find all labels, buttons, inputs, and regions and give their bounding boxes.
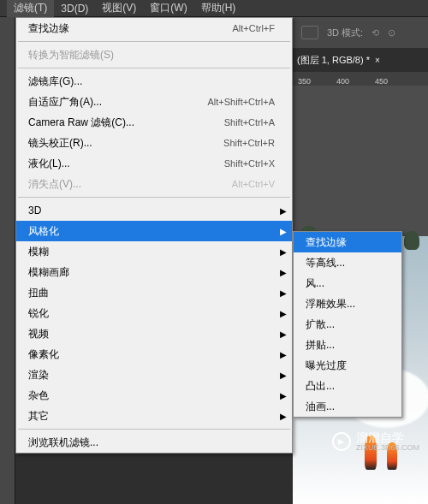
submenu-item[interactable]: 拼贴... xyxy=(294,335,401,355)
submenu-item-label: 扩散... xyxy=(306,317,335,332)
3d-mode-label: 3D 模式: xyxy=(327,27,363,39)
menu-shortcut: Shift+Ctrl+X xyxy=(224,158,275,169)
chevron-right-icon: ▶ xyxy=(280,206,287,216)
menu-item[interactable]: 锐化▶ xyxy=(16,303,292,323)
submenu-item[interactable]: 凸出... xyxy=(294,376,401,396)
menu-item-label: 其它 xyxy=(28,409,49,424)
left-toolbar xyxy=(0,17,15,504)
submenu-item-label: 油画... xyxy=(306,400,335,414)
menu-separator xyxy=(18,68,290,68)
menu-item[interactable]: 自适应广角(A)...Alt+Shift+Ctrl+A xyxy=(16,92,292,112)
submenu-item[interactable]: 曝光过度 xyxy=(294,355,401,376)
chevron-right-icon: ▶ xyxy=(280,371,287,380)
submenu-item[interactable]: 等高线... xyxy=(294,252,401,273)
menu-item-label: 查找边缘 xyxy=(28,21,69,36)
menu-item-label: 浏览联机滤镜... xyxy=(28,436,98,450)
menu-shortcut: Shift+Ctrl+R xyxy=(223,138,275,148)
submenu-item-label: 曝光过度 xyxy=(306,359,347,373)
menu-item[interactable]: 3D▶ xyxy=(16,200,292,221)
menu-item[interactable]: 模糊▶ xyxy=(16,241,292,262)
watermark-title: 溜溜自学 xyxy=(356,431,419,444)
toolbar-swatch-icon[interactable] xyxy=(301,26,318,39)
menubar-item-filter[interactable]: 滤镜(T) xyxy=(7,0,54,17)
menu-item[interactable]: 渲染▶ xyxy=(16,365,292,385)
watermark-sub: ZIXUE.3D66.COM xyxy=(356,444,419,453)
chevron-right-icon: ▶ xyxy=(280,309,287,318)
ruler-mark: 350 xyxy=(298,77,311,86)
chevron-right-icon: ▶ xyxy=(280,391,287,400)
menu-separator xyxy=(18,41,290,42)
submenu-item-label: 浮雕效果... xyxy=(306,297,355,311)
menu-item-label: 渲染 xyxy=(28,368,49,382)
3d-mode-icon-2[interactable]: ⊙ xyxy=(388,27,395,39)
menu-item-label: Camera Raw 滤镜(C)... xyxy=(28,116,134,130)
submenu-item[interactable]: 浮雕效果... xyxy=(294,294,401,314)
menu-item[interactable]: 模糊画廊▶ xyxy=(16,262,292,282)
submenu-item-label: 查找边缘 xyxy=(306,235,347,250)
menu-shortcut: Alt+Ctrl+V xyxy=(232,179,275,189)
chevron-right-icon: ▶ xyxy=(280,247,287,257)
menu-item[interactable]: 风格化▶ xyxy=(16,221,292,241)
menubar: 滤镜(T) 3D(D) 视图(V) 窗口(W) 帮助(H) xyxy=(0,0,428,17)
menu-item[interactable]: 扭曲▶ xyxy=(16,282,292,303)
play-icon: ▶ xyxy=(332,432,351,451)
stylize-submenu: 查找边缘等高线...风...浮雕效果...扩散...拼贴...曝光过度凸出...… xyxy=(293,231,402,418)
menu-item[interactable]: 视频▶ xyxy=(16,323,292,344)
close-icon[interactable]: × xyxy=(375,56,380,65)
menu-item-label: 3D xyxy=(28,205,41,216)
menu-item[interactable]: 像素化▶ xyxy=(16,344,292,365)
menu-item-label: 锐化 xyxy=(28,306,49,321)
submenu-item[interactable]: 油画... xyxy=(294,396,401,417)
menubar-item-window[interactable]: 窗口(W) xyxy=(143,0,193,17)
filter-menu: 查找边缘Alt+Ctrl+F转换为智能滤镜(S)滤镜库(G)...自适应广角(A… xyxy=(15,17,293,454)
chevron-right-icon: ▶ xyxy=(280,329,287,339)
menu-item-label: 滤镜库(G)... xyxy=(28,74,82,89)
menu-item-label: 液化(L)... xyxy=(28,157,70,171)
3d-mode-icon[interactable]: ⟲ xyxy=(372,27,379,39)
menu-item[interactable]: 浏览联机滤镜... xyxy=(16,432,292,453)
ruler-horizontal: 350 400 450 xyxy=(293,72,428,86)
options-bar: 3D 模式: ⟲ ⊙ xyxy=(293,17,428,48)
tab-title: (图层 1, RGB/8) * xyxy=(297,54,370,67)
menu-item[interactable]: 液化(L)...Shift+Ctrl+X xyxy=(16,153,292,174)
chevron-right-icon: ▶ xyxy=(280,268,287,277)
ruler-mark: 400 xyxy=(336,77,349,86)
chevron-right-icon: ▶ xyxy=(280,350,287,359)
ruler-mark: 450 xyxy=(375,77,388,86)
menu-item: 消失点(V)...Alt+Ctrl+V xyxy=(16,174,292,194)
menu-item[interactable]: 滤镜库(G)... xyxy=(16,71,292,92)
menu-item[interactable]: 查找边缘Alt+Ctrl+F xyxy=(16,18,292,39)
document-tab[interactable]: (图层 1, RGB/8) * × xyxy=(293,48,428,72)
menu-shortcut: Alt+Ctrl+F xyxy=(232,23,275,33)
menu-item-label: 视频 xyxy=(28,327,49,341)
canvas-content xyxy=(404,231,419,250)
menu-separator xyxy=(18,197,290,198)
menubar-item-help[interactable]: 帮助(H) xyxy=(194,0,243,17)
menu-item-label: 自适应广角(A)... xyxy=(28,95,102,110)
submenu-item-label: 风... xyxy=(306,276,324,291)
submenu-item-label: 凸出... xyxy=(306,379,335,394)
menu-item-label: 转换为智能滤镜(S) xyxy=(28,48,114,62)
menu-item-label: 模糊画廊 xyxy=(28,265,69,280)
submenu-item[interactable]: 风... xyxy=(294,273,401,294)
menu-item: 转换为智能滤镜(S) xyxy=(16,44,292,65)
menu-shortcut: Alt+Shift+Ctrl+A xyxy=(207,97,275,107)
menu-item[interactable]: 杂色▶ xyxy=(16,385,292,406)
submenu-item-label: 等高线... xyxy=(306,256,345,270)
menu-item[interactable]: 镜头校正(R)...Shift+Ctrl+R xyxy=(16,133,292,153)
chevron-right-icon: ▶ xyxy=(280,412,287,421)
menu-item-label: 镜头校正(R)... xyxy=(28,136,92,151)
menu-item-label: 杂色 xyxy=(28,388,49,403)
menu-item-label: 模糊 xyxy=(28,245,49,259)
submenu-item[interactable]: 查找边缘 xyxy=(294,232,401,252)
menu-item[interactable]: Camera Raw 滤镜(C)...Shift+Ctrl+A xyxy=(16,112,292,133)
menu-separator xyxy=(18,429,290,430)
chevron-right-icon: ▶ xyxy=(280,227,287,236)
menu-item[interactable]: 其它▶ xyxy=(16,406,292,426)
menu-shortcut: Shift+Ctrl+A xyxy=(224,117,275,127)
submenu-item-label: 拼贴... xyxy=(306,338,335,353)
menu-item-label: 消失点(V)... xyxy=(28,177,81,192)
submenu-item[interactable]: 扩散... xyxy=(294,314,401,335)
menubar-item-3d[interactable]: 3D(D) xyxy=(54,1,95,16)
menubar-item-view[interactable]: 视图(V) xyxy=(95,0,143,17)
